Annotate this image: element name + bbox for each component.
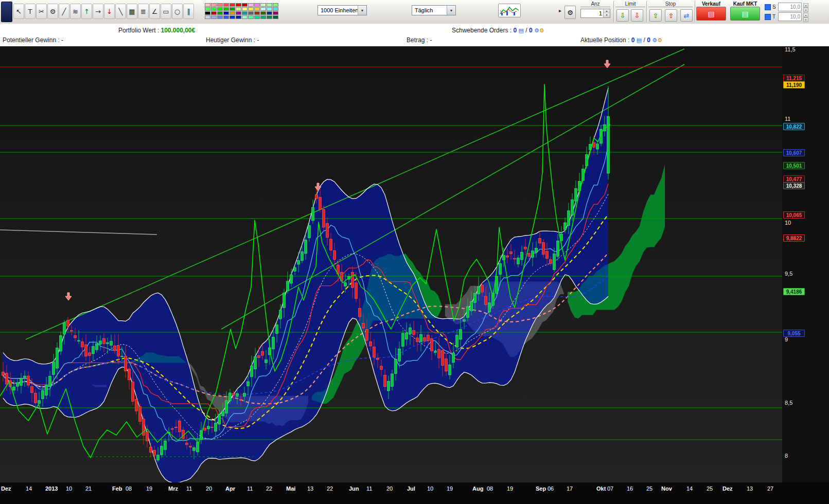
- color-swatch[interactable]: [217, 11, 223, 15]
- stop-buy-order-button[interactable]: ⇧: [649, 9, 662, 22]
- sell-market-button[interactable]: ▤: [696, 7, 726, 21]
- color-swatch[interactable]: [267, 7, 272, 11]
- gear-icon[interactable]: ⚙: [652, 37, 657, 44]
- color-swatch[interactable]: [254, 15, 260, 19]
- color-swatch[interactable]: [211, 11, 217, 15]
- color-swatch[interactable]: [260, 3, 266, 7]
- color-swatch[interactable]: [236, 7, 241, 11]
- color-swatch[interactable]: [267, 11, 272, 15]
- dropdown-arrow-icon[interactable]: ▼: [447, 6, 455, 15]
- color-swatch[interactable]: [267, 15, 272, 19]
- buy-market-button[interactable]: ▤: [730, 7, 760, 21]
- tool-settings[interactable]: ⚙: [47, 4, 58, 19]
- tool-text[interactable]: T: [25, 4, 36, 19]
- color-swatch[interactable]: [223, 7, 229, 11]
- time-axis[interactable]: Dez1420131021Feb0819Mrz1120Apr1122Mai132…: [0, 482, 829, 504]
- color-swatch[interactable]: [273, 3, 278, 7]
- tool-pencil[interactable]: ╲: [115, 4, 126, 19]
- color-swatch[interactable]: [211, 3, 217, 7]
- color-swatch[interactable]: [254, 7, 260, 11]
- color-swatch[interactable]: [242, 7, 248, 11]
- tool-arrow-down-icon[interactable]: ↓: [104, 4, 115, 19]
- tool-ellipse[interactable]: ○: [172, 4, 183, 19]
- dropdown-arrow-icon[interactable]: ▼: [358, 6, 366, 15]
- price-chart-canvas[interactable]: [0, 46, 782, 482]
- gear-icon[interactable]: ⚙: [534, 27, 539, 34]
- color-swatch[interactable]: [217, 7, 223, 11]
- order-swap-button[interactable]: ⇄: [680, 9, 693, 22]
- tool-pointer[interactable]: ↖: [13, 4, 24, 19]
- color-swatch[interactable]: [230, 11, 235, 15]
- color-swatch[interactable]: [260, 15, 266, 19]
- stop-sell-order-button[interactable]: ⇧: [665, 9, 677, 22]
- take-profit-checkbox[interactable]: [765, 14, 771, 20]
- color-swatch[interactable]: [205, 15, 210, 19]
- color-swatch[interactable]: [260, 7, 266, 11]
- color-swatch[interactable]: [205, 7, 210, 11]
- tool-wave[interactable]: ≋: [70, 4, 81, 19]
- color-swatch[interactable]: [242, 15, 248, 19]
- stop-loss-spinner: ▲ ▼: [803, 3, 808, 11]
- tool-scissors[interactable]: ✂: [36, 4, 47, 19]
- orders-list-icon[interactable]: ▤: [518, 27, 523, 34]
- order-settings-button[interactable]: ⚙: [565, 6, 576, 19]
- tool-grid[interactable]: ▦: [127, 4, 137, 19]
- tool-arrow-up-icon[interactable]: ↑: [81, 4, 92, 19]
- color-swatch[interactable]: [273, 11, 278, 15]
- color-swatch[interactable]: [273, 7, 278, 11]
- color-swatch[interactable]: [223, 15, 229, 19]
- position-list-icon[interactable]: ▤: [637, 37, 642, 44]
- color-swatch[interactable]: [211, 15, 217, 19]
- tool-rectangle[interactable]: ▭: [161, 4, 171, 19]
- color-swatch[interactable]: [254, 11, 260, 15]
- timeframe-dropdown[interactable]: Täglich ▼: [412, 5, 456, 15]
- color-swatch[interactable]: [242, 11, 248, 15]
- color-swatch[interactable]: [230, 3, 235, 7]
- color-swatch[interactable]: [230, 15, 235, 19]
- quantity-input[interactable]: [581, 9, 603, 17]
- color-swatch[interactable]: [230, 7, 235, 11]
- limit-buy-order-button[interactable]: ⇩: [616, 9, 629, 22]
- limit-sell-order-button[interactable]: ⇩: [631, 9, 643, 22]
- tool-angle[interactable]: ∠: [149, 4, 160, 19]
- spin-up-icon[interactable]: ▲: [604, 9, 610, 13]
- spin-down-icon[interactable]: ▼: [604, 13, 610, 17]
- color-swatch[interactable]: [267, 3, 272, 7]
- color-swatch[interactable]: [236, 15, 241, 19]
- gear-icon[interactable]: ⚙: [539, 27, 544, 34]
- color-swatch[interactable]: [236, 3, 241, 7]
- stop-loss-input[interactable]: [778, 3, 802, 11]
- color-swatch[interactable]: [223, 3, 229, 7]
- tool-channel[interactable]: ∥: [183, 4, 194, 19]
- color-swatch[interactable]: [217, 3, 223, 7]
- stop-loss-checkbox[interactable]: [765, 4, 771, 10]
- spin-down-icon[interactable]: ▼: [803, 8, 808, 12]
- color-swatch[interactable]: [205, 3, 210, 7]
- color-swatch[interactable]: [223, 11, 229, 15]
- tool-fibonacci[interactable]: ≣: [138, 4, 149, 19]
- color-swatch[interactable]: [242, 3, 248, 7]
- color-swatch[interactable]: [205, 11, 210, 15]
- color-swatch[interactable]: [217, 15, 223, 19]
- spin-down-icon[interactable]: ▼: [803, 17, 808, 22]
- color-swatch[interactable]: [260, 11, 266, 15]
- spin-up-icon[interactable]: ▲: [803, 13, 808, 17]
- tool-arrow-right-icon[interactable]: →: [93, 4, 103, 19]
- color-swatch[interactable]: [211, 7, 217, 11]
- color-swatch[interactable]: [248, 15, 254, 19]
- color-swatch[interactable]: [236, 11, 241, 15]
- units-dropdown[interactable]: 1000 Einheiten ▼: [318, 5, 367, 15]
- chart-style-button[interactable]: [498, 4, 521, 17]
- spin-up-icon[interactable]: ▲: [803, 3, 808, 8]
- color-swatch[interactable]: [248, 11, 254, 15]
- color-swatch[interactable]: [254, 3, 260, 7]
- y-axis-tick: 11,5: [785, 46, 796, 52]
- take-profit-input[interactable]: [778, 12, 802, 21]
- color-swatch[interactable]: [273, 15, 278, 19]
- panel-expand-icon[interactable]: ▸: [559, 8, 561, 13]
- color-swatch[interactable]: [248, 7, 254, 11]
- tool-trend-line[interactable]: ╱: [59, 4, 69, 19]
- color-swatch[interactable]: [248, 3, 254, 7]
- gear-icon[interactable]: ⚙: [657, 37, 662, 44]
- price-axis[interactable]: 11,511109,598,5811,21511,19010,82210,607…: [782, 46, 829, 482]
